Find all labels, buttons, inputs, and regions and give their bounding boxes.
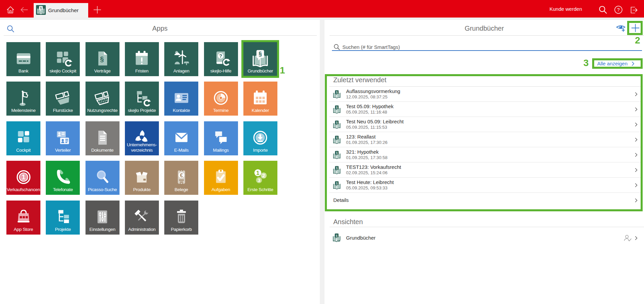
search-icon (333, 43, 340, 51)
arrow-left-icon (20, 5, 29, 14)
app-tile-app-store[interactable]: App Store (6, 201, 40, 235)
app-tile-belege[interactable]: Belege (164, 161, 198, 195)
app-tile-papierkorb[interactable]: Papierkorb (164, 201, 198, 235)
chevron-right-icon[interactable] (630, 61, 636, 67)
app-tile-label: Termine (202, 108, 240, 113)
app-tile-dokumente[interactable]: Dokumente (86, 121, 120, 155)
person-check-icon[interactable] (623, 234, 632, 242)
new-view-button[interactable] (616, 24, 626, 32)
recent-item-5[interactable]: 321: Hypothek01.09.2025, 17:30:58 (325, 147, 644, 162)
app-tile-vertr-ge[interactable]: Verträge (86, 42, 120, 76)
app-tile-e-mails[interactable]: E-Mails (164, 121, 198, 155)
recent-item-1[interactable]: Auflassungsvormerkung12.09.2025, 08:37:2… (325, 87, 644, 102)
chevron-right-icon (633, 197, 639, 203)
app-tile-administration[interactable]: Administration (125, 201, 159, 235)
skejlo-projekte-icon (132, 88, 151, 108)
help-icon (614, 5, 623, 14)
recent-item-timestamp: 05.09.2025, 09:53:33 (346, 185, 387, 190)
recent-item-7[interactable]: Test Heute: Leibrecht05.09.2025, 09:53:3… (325, 178, 644, 193)
recent-item-2[interactable]: Test 05.09: Hypothek05.09.2025, 11:16:48 (325, 102, 644, 117)
logout-button[interactable] (629, 5, 638, 14)
grundbuecher-view-icon (332, 233, 341, 242)
app-tile-einstellungen[interactable]: Einstellungen (86, 201, 120, 235)
app-tile-label: skejlo Cockpit (44, 68, 82, 74)
einstellungen-icon (93, 207, 112, 226)
skejlo-hilfe-icon (211, 49, 231, 68)
app-tile-unternehmens-verzeichnis[interactable]: Unternehmens- verzeichnis (125, 121, 159, 155)
app-tile-verteiler[interactable]: Verteiler (46, 121, 80, 155)
app-tile-erste-schritte[interactable]: Erste Schritte (243, 161, 277, 195)
details-row[interactable]: Details (325, 193, 644, 208)
chevron-right-icon (633, 235, 639, 241)
app-tile-skejlo-cockpit[interactable]: skejlo Cockpit (46, 42, 80, 76)
grundbuch-record-icon (332, 135, 341, 144)
app-tile-termine[interactable]: Termine (204, 82, 238, 116)
recent-item-timestamp: 05.09.2025, 11:16:48 (346, 110, 387, 115)
app-tile-fristen[interactable]: Fristen (125, 42, 159, 76)
administration-icon (132, 207, 151, 226)
app-tile-meilensteine[interactable]: Meilensteine (6, 82, 40, 116)
kunde-werden-link[interactable]: Kunde werden (549, 0, 582, 18)
app-tile-grundb-cher[interactable]: Grundbücher (243, 42, 277, 76)
recent-item-timestamp: 01.09.2025, 17:30:26 (346, 140, 387, 145)
app-tile-label: Projekte (44, 227, 82, 232)
grundbuch-record-icon (332, 105, 341, 114)
app-tile-skejlo-hilfe[interactable]: skejlo-Hilfe (204, 42, 238, 76)
app-tile-bank[interactable]: Bank (6, 42, 40, 76)
app-tile-picasso-suche[interactable]: Picasso-Suche (86, 161, 120, 195)
app-tile-label: Telefonate (44, 187, 82, 192)
details-label: Details (333, 197, 349, 203)
bank-icon (14, 49, 33, 68)
app-tile-label: Mailings (202, 148, 240, 153)
home-button[interactable] (6, 5, 15, 14)
global-search-button[interactable] (598, 5, 608, 14)
help-button[interactable] (614, 5, 623, 14)
add-record-button[interactable] (629, 23, 640, 33)
app-tile-anlagen[interactable]: Anlagen (164, 42, 198, 76)
belege-icon (172, 168, 191, 187)
app-tile-kalender[interactable]: Kalender (243, 82, 277, 116)
app-tile-label: Produkte (123, 187, 161, 192)
app-tile-telefonate[interactable]: Telefonate (46, 161, 80, 195)
app-tile-label: Kontakte (162, 108, 200, 113)
view-item-grundbuecher[interactable]: Grundbücher (325, 231, 644, 246)
recent-item-6[interactable]: TEST123: Vorkaufsrecht02.09.2025, 15:24:… (325, 162, 644, 178)
projekte-icon (53, 207, 72, 226)
new-tab-button[interactable] (93, 5, 102, 14)
app-tile-label: Bank (4, 68, 42, 74)
app-tile-mailings[interactable]: Mailings (204, 121, 238, 155)
recent-item-title: Test Neu 05.09: Leibrecht (346, 119, 404, 124)
recent-section-title: Zuletzt verwendet (333, 76, 386, 84)
app-tile-label: Flurstücke (44, 108, 82, 113)
cockpit-icon (14, 128, 33, 147)
recent-item-3[interactable]: Test Neu 05.09: Leibrecht05.09.2025, 11:… (325, 117, 644, 132)
app-tile-label: Unternehmens- verzeichnis (123, 142, 161, 153)
vertraege-icon (93, 49, 112, 68)
grundbuecher-icon (251, 49, 270, 68)
recent-item-title: TEST123: Vorkaufsrecht (346, 164, 401, 170)
anlagen-icon (172, 49, 191, 68)
verkaufschancen-icon (14, 168, 33, 187)
app-tile-flurst-cke[interactable]: Flurstücke (46, 82, 80, 116)
app-tile-skejlo-projekte[interactable]: skejlo Projekte (125, 82, 159, 116)
chevron-right-icon (633, 167, 639, 173)
topbar-bottom-strip (0, 18, 644, 20)
app-tile-importe[interactable]: Importe (243, 121, 277, 155)
meilensteine-icon (14, 88, 33, 108)
app-tile-cockpit[interactable]: Cockpit (6, 121, 40, 155)
telefonate-icon (53, 168, 72, 187)
app-tile-nutzungsrechte[interactable]: Nutzungsrechte (86, 82, 120, 116)
alle-anzeigen-link[interactable]: Alle anzeigen (597, 61, 628, 66)
app-tile-kontakte[interactable]: Kontakte (164, 82, 198, 116)
tab-grundbuecher[interactable]: Grundbücher (34, 3, 88, 18)
views-section-title: Ansichten (333, 218, 363, 226)
recent-item-4[interactable]: 123: Reallast01.09.2025, 17:30:26 (325, 132, 644, 147)
app-tile-projekte[interactable]: Projekte (46, 201, 80, 235)
app-tile-aufgaben[interactable]: Aufgaben (204, 161, 238, 195)
app-tile-label: Meilensteine (4, 108, 42, 113)
back-button[interactable] (20, 5, 29, 14)
recent-item-title: Test Heute: Leibrecht (346, 179, 394, 185)
app-tile-verkaufschancen[interactable]: Verkaufschancen (6, 161, 40, 195)
aufgaben-icon (211, 168, 231, 187)
app-tile-produkte[interactable]: Produkte (125, 161, 159, 195)
